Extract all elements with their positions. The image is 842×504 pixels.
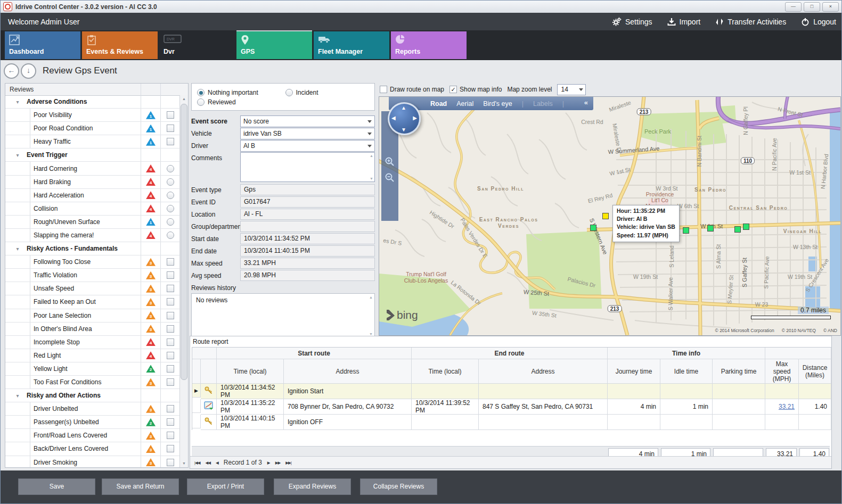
table-cell[interactable] <box>608 415 660 430</box>
checkbox[interactable] <box>380 86 387 93</box>
item-radio[interactable] <box>167 218 174 226</box>
radio-nothing-important[interactable]: Nothing important <box>197 89 281 96</box>
review-item-row[interactable]: Back/Driver Lens Covered3 <box>5 442 180 456</box>
item-radio[interactable] <box>167 192 174 199</box>
nav-prev-icon[interactable]: ◀◀ <box>205 460 210 465</box>
scrollbar-thumb[interactable] <box>181 104 187 380</box>
column-header[interactable]: Parking time <box>713 359 765 384</box>
item-checkbox[interactable] <box>167 312 174 319</box>
transfer-activities-button[interactable]: Transfer Activities <box>715 18 786 26</box>
tab-events-reviews[interactable]: Events & Reviews <box>82 31 158 59</box>
item-checkbox[interactable] <box>167 352 174 359</box>
scroll-up-icon[interactable]: ▲ <box>369 295 373 299</box>
route-point-marker[interactable] <box>734 226 741 233</box>
table-cell[interactable] <box>479 415 608 430</box>
review-item-row[interactable]: Hard Acceleration4 <box>5 189 180 202</box>
back-button[interactable]: ← <box>4 63 19 79</box>
logout-button[interactable]: Logout <box>801 18 836 26</box>
table-cell[interactable]: 33.21 <box>765 399 799 415</box>
route-point-marker[interactable] <box>707 225 714 232</box>
event-score-select[interactable]: No score <box>240 115 375 127</box>
review-category-row[interactable]: ▾Adverse Conditions <box>5 95 180 109</box>
map-zoom-out-button[interactable] <box>385 172 395 183</box>
item-checkbox[interactable] <box>167 138 174 145</box>
nav-prev-icon[interactable]: ◀ <box>216 460 218 465</box>
review-item-row[interactable]: Traffic Violation3 <box>5 269 180 282</box>
table-cell[interactable] <box>799 415 831 430</box>
down-button[interactable]: ↓ <box>21 63 36 79</box>
item-radio[interactable] <box>167 232 174 239</box>
item-radio[interactable] <box>167 205 174 212</box>
column-header[interactable]: Time (local) <box>412 359 479 384</box>
scroll-up-icon[interactable]: ▲ <box>370 154 373 158</box>
column-header[interactable]: Journey time <box>608 359 660 384</box>
map-mode-labels[interactable]: Labels <box>533 100 553 108</box>
option-show-map-info[interactable]: ✓Show map info <box>449 86 502 93</box>
column-header[interactable] <box>201 359 217 384</box>
nav-next-icon[interactable]: ▶ <box>267 460 270 465</box>
collapse-icon[interactable]: ▾ <box>12 393 23 399</box>
comments-textarea[interactable]: ▲▼ <box>240 152 375 182</box>
item-radio[interactable] <box>167 165 174 172</box>
table-cell[interactable] <box>799 384 831 399</box>
review-item-row[interactable]: Poor Lane Selection3 <box>5 309 180 323</box>
collapse-icon[interactable]: ▾ <box>12 152 23 158</box>
map-mode-road[interactable]: Road <box>430 100 447 108</box>
scroll-down-icon[interactable]: ▼ <box>370 177 373 180</box>
table-cell[interactable] <box>713 415 765 430</box>
scroll-down-icon[interactable]: ▼ <box>180 460 188 467</box>
route-start-marker[interactable] <box>602 213 609 219</box>
tab-dvr[interactable]: DVRDvr <box>159 31 235 59</box>
table-cell[interactable] <box>412 384 479 399</box>
column-header[interactable]: Address <box>479 359 608 384</box>
route-point-marker[interactable] <box>683 227 689 234</box>
table-cell[interactable]: 10/3/2014 11:39:52 PM <box>412 399 479 415</box>
table-cell[interactable]: 847 S Gaffey St, San Pedro, CA 90731 <box>479 399 608 415</box>
table-cell[interactable]: 1 min <box>660 399 713 415</box>
table-cell[interactable]: 4 min <box>608 399 660 415</box>
review-item-row[interactable]: Poor Visibility1 <box>5 109 180 122</box>
tab-reports[interactable]: Reports <box>391 31 467 59</box>
review-item-row[interactable]: Passenger(s) Unbelted2 <box>5 416 180 429</box>
item-checkbox[interactable] <box>167 125 174 132</box>
map-zoom-level-select[interactable]: 14 <box>557 84 586 95</box>
item-checkbox[interactable] <box>167 418 174 426</box>
radio-button[interactable] <box>197 89 205 96</box>
column-header[interactable] <box>192 359 201 384</box>
table-cell[interactable]: Ignition Start <box>284 384 412 399</box>
checkbox[interactable]: ✓ <box>449 86 457 93</box>
column-header[interactable]: Max speed (MPH) <box>765 359 799 384</box>
table-cell[interactable]: 1.40 <box>799 399 831 415</box>
review-category-row[interactable]: ▾Risky Actions - Fundamentals <box>5 242 180 255</box>
review-item-row[interactable]: Unsafe Speed3 <box>5 282 180 295</box>
review-category-row[interactable]: ▾Risky and Other Actions <box>5 389 180 402</box>
reviews-scrollbar[interactable]: ▲ ▼ <box>179 95 188 467</box>
nav-prev-icon[interactable]: |◀◀ <box>194 460 200 465</box>
review-item-row[interactable]: Hard Braking4 <box>5 176 180 189</box>
map[interactable]: Trudie Dr213MiralesteCrest RdMiraleste D… <box>379 96 841 336</box>
item-checkbox[interactable] <box>167 378 174 386</box>
map-mode-aerial[interactable]: Aerial <box>456 100 473 108</box>
map-pan-control[interactable]: ▲ ▼ ◀ ▶ <box>388 102 421 135</box>
review-item-row[interactable]: Slapping the camera!4 <box>5 229 180 242</box>
review-item-row[interactable]: Following Too Close3 <box>5 255 180 269</box>
table-cell[interactable]: 10/3/2014 11:35:22 PM <box>217 399 284 415</box>
review-item-row[interactable]: Front/Road Lens Covered3 <box>5 429 180 442</box>
scroll-up-icon[interactable]: ▲ <box>180 95 188 103</box>
driver-select[interactable]: Al B <box>240 140 375 152</box>
save-button[interactable]: Save <box>18 478 95 495</box>
review-item-row[interactable]: Heavy Traffic1 <box>5 135 180 148</box>
export-print-button[interactable]: Export / Print <box>187 478 264 495</box>
column-header[interactable]: Idle time <box>660 359 713 384</box>
item-checkbox[interactable] <box>167 459 174 466</box>
tab-dashboard[interactable]: Dashboard <box>5 31 80 59</box>
table-cell[interactable]: 708 Bynner Dr, San Pedro, CA 90732 <box>284 399 412 415</box>
max-speed-link[interactable]: 33.21 <box>779 403 795 410</box>
review-item-row[interactable]: Driver Unbelted3 <box>5 402 180 416</box>
table-cell[interactable] <box>412 415 479 430</box>
review-item-row[interactable]: Collision4 <box>5 202 180 216</box>
collapse-icon[interactable]: ▾ <box>12 246 23 252</box>
review-item-row[interactable]: Driver Smoking3 <box>5 456 180 467</box>
table-cell[interactable]: 10/3/2014 11:34:52 PM <box>217 384 284 399</box>
table-cell[interactable] <box>765 415 799 430</box>
